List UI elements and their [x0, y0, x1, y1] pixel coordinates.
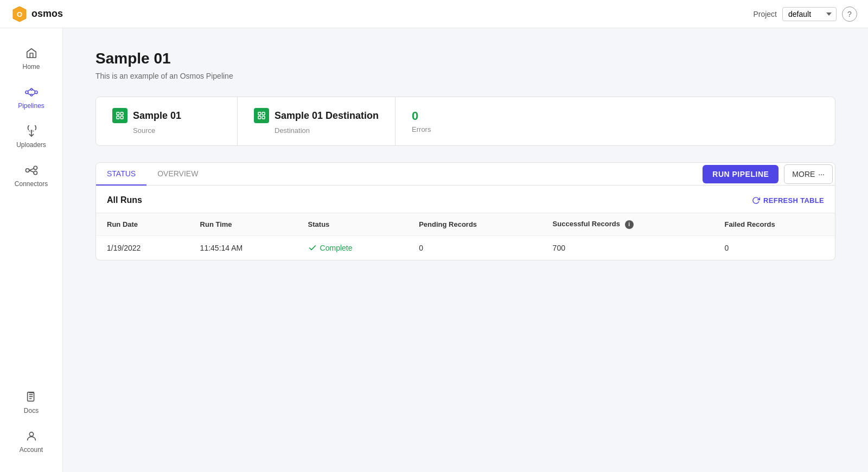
topbar-right: Project default ? — [753, 7, 857, 22]
svg-text:</>: </> — [28, 129, 34, 133]
sidebar-item-connectors-label: Connectors — [15, 180, 48, 188]
col-successful-records: Successful Records i — [542, 213, 714, 236]
more-button[interactable]: MORE ··· — [784, 164, 833, 184]
svg-rect-29 — [258, 116, 261, 119]
project-label: Project — [753, 10, 777, 18]
svg-line-15 — [29, 169, 33, 170]
destination-icon — [254, 108, 269, 123]
cell-status: Complete — [297, 235, 409, 260]
sidebar: Home Pipelines — [0, 28, 63, 472]
svg-point-9 — [30, 94, 32, 95]
sidebar-item-uploaders-label: Uploaders — [16, 141, 46, 149]
sidebar-item-account-label: Account — [20, 446, 43, 454]
source-icon — [112, 108, 127, 123]
account-icon — [25, 430, 38, 443]
cell-failed-records: 0 — [714, 235, 835, 260]
runs-title: All Runs — [107, 195, 142, 205]
project-select[interactable]: default — [782, 7, 837, 21]
errors-count: 0 — [412, 109, 431, 123]
svg-point-12 — [25, 169, 29, 172]
cell-run-date: 1/19/2022 — [96, 235, 189, 260]
check-icon — [308, 244, 317, 252]
source-name-row: Sample 01 — [112, 108, 221, 123]
svg-line-16 — [29, 170, 33, 172]
status-complete-indicator: Complete — [308, 244, 398, 252]
col-run-time: Run Time — [189, 213, 297, 236]
logo: O osmos — [11, 5, 63, 23]
errors-label: Errors — [412, 125, 431, 133]
pipeline-info-box: STATUS OVERVIEW RUN PIPELINE MORE ··· Al… — [95, 162, 835, 260]
errors-card: 0 Errors — [395, 97, 447, 145]
svg-rect-28 — [262, 112, 265, 115]
refresh-table-button[interactable]: REFRESH TABLE — [752, 196, 824, 205]
col-status: Status — [297, 213, 409, 236]
destination-name: Sample 01 Destination — [275, 110, 379, 122]
col-pending-records: Pending Records — [408, 213, 541, 236]
runs-table: Run Date Run Time Status Pending Records… — [96, 213, 835, 260]
cell-successful-records: 700 — [542, 235, 714, 260]
refresh-table-label: REFRESH TABLE — [763, 196, 824, 205]
help-button[interactable]: ? — [842, 7, 857, 22]
svg-rect-24 — [120, 112, 123, 115]
connectors-icon — [25, 164, 38, 177]
svg-point-22 — [29, 432, 33, 436]
destination-card: Sample 01 Destination Destination — [237, 97, 395, 145]
docs-icon — [25, 391, 38, 404]
uploaders-icon: </> — [25, 125, 38, 138]
topbar: O osmos Project default ? — [0, 0, 868, 28]
pipeline-cards: Sample 01 Source Sample 01 Destina — [95, 97, 835, 146]
svg-rect-23 — [117, 112, 119, 115]
pipeline-description: This is an example of an Osmos Pipeline — [95, 72, 835, 80]
svg-point-3 — [35, 91, 37, 93]
col-run-date: Run Date — [96, 213, 189, 236]
tab-status[interactable]: STATUS — [96, 163, 146, 186]
sidebar-item-connectors[interactable]: Connectors — [0, 156, 62, 195]
svg-rect-26 — [120, 116, 123, 119]
destination-name-row: Sample 01 Destination — [254, 108, 379, 123]
tabs-actions: RUN PIPELINE MORE ··· — [703, 164, 835, 184]
cell-run-time: 11:45:14 AM — [189, 235, 297, 260]
info-icon: i — [625, 220, 634, 229]
sidebar-item-home[interactable]: Home — [0, 39, 62, 78]
source-card: Sample 01 Source — [96, 97, 237, 145]
home-icon — [25, 47, 38, 60]
svg-rect-25 — [117, 116, 119, 119]
successful-records-label: Successful Records — [553, 220, 620, 228]
status-label: Complete — [320, 244, 353, 252]
destination-type-label: Destination — [275, 126, 379, 135]
runs-section: All Runs REFRESH TABLE Run Date Run Tim — [96, 186, 835, 260]
more-label: MORE — [792, 170, 815, 178]
tabs-row: STATUS OVERVIEW RUN PIPELINE MORE ··· — [96, 163, 835, 186]
svg-point-13 — [34, 166, 37, 169]
runs-header: All Runs REFRESH TABLE — [96, 186, 835, 213]
table-header-row: Run Date Run Time Status Pending Records… — [96, 213, 835, 236]
sidebar-item-account[interactable]: Account — [0, 422, 62, 461]
more-dots-icon: ··· — [818, 170, 825, 178]
source-name: Sample 01 — [133, 110, 181, 122]
svg-point-2 — [25, 91, 28, 93]
logo-text: osmos — [31, 8, 63, 20]
col-failed-records: Failed Records — [714, 213, 835, 236]
main-content: Sample 01 This is an example of an Osmos… — [63, 28, 868, 472]
svg-point-14 — [34, 171, 37, 174]
page-title: Sample 01 — [95, 50, 835, 67]
refresh-icon — [752, 196, 760, 205]
osmos-logo-icon: O — [11, 5, 28, 23]
layout: Home Pipelines — [0, 28, 868, 472]
sidebar-item-pipelines-label: Pipelines — [18, 102, 44, 110]
sidebar-item-home-label: Home — [22, 63, 40, 71]
table-row: 1/19/2022 11:45:14 AM Complete — [96, 235, 835, 260]
pipelines-icon — [25, 86, 38, 99]
sidebar-item-docs[interactable]: Docs — [0, 383, 62, 422]
svg-rect-30 — [262, 116, 265, 119]
source-type-label: Source — [133, 126, 221, 135]
tab-overview[interactable]: OVERVIEW — [146, 163, 209, 186]
svg-rect-21 — [29, 392, 34, 393]
sidebar-item-uploaders[interactable]: </> Uploaders — [0, 117, 62, 156]
sidebar-item-pipelines[interactable]: Pipelines — [0, 78, 62, 117]
sidebar-item-docs-label: Docs — [24, 407, 39, 414]
run-pipeline-button[interactable]: RUN PIPELINE — [703, 165, 778, 183]
svg-rect-27 — [258, 112, 261, 115]
svg-point-8 — [30, 88, 32, 90]
svg-text:O: O — [17, 10, 22, 18]
